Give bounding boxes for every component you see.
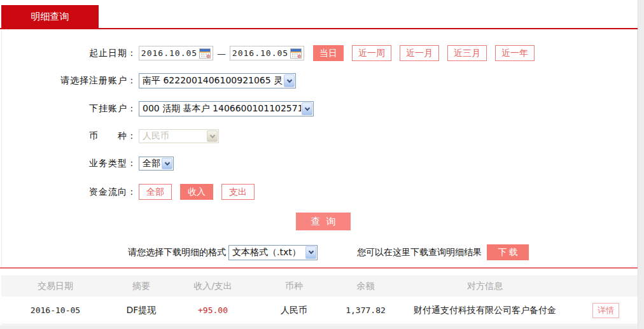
- download-format-value: 文本格式（.txt）: [229, 247, 305, 258]
- start-date-value: 2016.10.05: [139, 48, 199, 58]
- quick-range-quarter-button[interactable]: 近三月: [447, 45, 487, 61]
- quick-range-week-button[interactable]: 近一周: [352, 45, 391, 61]
- sub-account-value: 000 活期 基本户 1406600101102571848: [139, 103, 301, 115]
- download-button[interactable]: 下载: [487, 244, 529, 260]
- business-type-label: 业务类型：: [2, 158, 137, 169]
- sub-account-select[interactable]: 000 活期 基本户 1406600101102571848: [139, 101, 314, 116]
- header-summary: 摘要: [109, 281, 173, 292]
- row-amount: +95.00: [173, 305, 253, 315]
- row-counterparty: 财付通支付科技有限公司客户备付金: [396, 305, 574, 316]
- date-range-separator: —: [217, 48, 226, 59]
- download-hint: 您可以在这里下载查询明细结果: [357, 247, 482, 258]
- sub-account-label: 下挂账户：: [2, 103, 137, 115]
- currency-label: 币 种：: [2, 130, 137, 142]
- table-footer-band: [0, 325, 644, 329]
- fund-flow-label: 资金流向：: [2, 186, 137, 198]
- calendar-icon[interactable]: [199, 48, 211, 59]
- fund-flow-all-button[interactable]: 全部: [139, 184, 172, 200]
- header-currency: 币种: [253, 281, 335, 292]
- header-transaction-date: 交易日期: [1, 281, 109, 292]
- download-format-select[interactable]: 文本格式（.txt）: [228, 245, 318, 260]
- row-summary: DF提现: [109, 305, 173, 316]
- query-button[interactable]: 查询: [296, 213, 351, 230]
- download-row: 请您选择下载明细的格式 文本格式（.txt） 您可以在这里下载查询明细结果 下载: [2, 244, 637, 260]
- quick-range-month-button[interactable]: 近一月: [400, 45, 439, 61]
- chevron-down-icon: [207, 130, 218, 142]
- chevron-down-icon: [162, 158, 172, 169]
- quick-range-today-button[interactable]: 当日: [313, 45, 344, 61]
- fund-flow-row: 资金流向： 全部 收入 支出: [2, 184, 637, 200]
- row-transaction-date: 2016-10-05: [1, 305, 109, 315]
- currency-select: 人民币: [139, 129, 219, 143]
- end-date-input[interactable]: 2016.10.05: [230, 46, 304, 60]
- tab-detail-query[interactable]: 明细查询: [1, 5, 99, 29]
- chevron-down-icon: [305, 246, 316, 259]
- business-type-select[interactable]: 全部: [139, 157, 174, 171]
- table-header: 交易日期 摘要 收入/支出 币种 余额 对方信息: [1, 276, 638, 297]
- chevron-down-icon: [284, 74, 295, 87]
- table-row: 2016-10-05 DF提现 +95.00 人民币 1,377.82 财付通支…: [1, 297, 638, 325]
- calendar-icon[interactable]: [290, 48, 302, 59]
- end-date-value: 2016.10.05: [230, 48, 290, 58]
- date-range-label: 起止日期：: [2, 48, 137, 59]
- header-counterparty: 对方信息: [396, 281, 574, 292]
- download-format-label: 请您选择下载明细的格式: [2, 247, 226, 258]
- registered-account-select[interactable]: 南平 6222001406100921065 灵通卡: [139, 73, 296, 88]
- chevron-down-icon: [302, 102, 312, 115]
- start-date-input[interactable]: 2016.10.05: [139, 46, 213, 60]
- currency-value: 人民币: [139, 130, 206, 142]
- header-balance: 余额: [335, 281, 396, 292]
- date-range-row: 起止日期： 2016.10.05: [2, 45, 637, 61]
- tab-label: 明细查询: [31, 11, 69, 23]
- query-form-panel: 起止日期： 2016.10.05: [1, 29, 638, 267]
- header-income-expense: 收入/支出: [173, 281, 253, 292]
- quick-range-year-button[interactable]: 近一年: [495, 45, 535, 61]
- row-balance: 1,377.82: [335, 305, 396, 315]
- fund-flow-income-button[interactable]: 收入: [180, 184, 213, 200]
- currency-row: 币 种： 人民币: [2, 129, 637, 143]
- registered-account-label: 请选择注册账户：: [2, 75, 137, 87]
- registered-account-row: 请选择注册账户： 南平 6222001406100921065 灵通卡: [2, 73, 637, 88]
- page-right-strip: [638, 0, 644, 329]
- registered-account-value: 南平 6222001406100921065 灵通卡: [139, 75, 283, 87]
- fund-flow-expense-button[interactable]: 支出: [221, 184, 255, 200]
- detail-button[interactable]: 详情: [592, 303, 619, 318]
- business-type-row: 业务类型： 全部: [2, 157, 637, 171]
- sub-account-row: 下挂账户： 000 活期 基本户 1406600101102571848: [2, 101, 637, 116]
- detail-query-page: 明细查询 起止日期： 2016.10.05: [0, 0, 644, 329]
- row-currency: 人民币: [253, 305, 335, 316]
- business-type-value: 全部: [139, 158, 161, 169]
- section-divider: [0, 267, 638, 269]
